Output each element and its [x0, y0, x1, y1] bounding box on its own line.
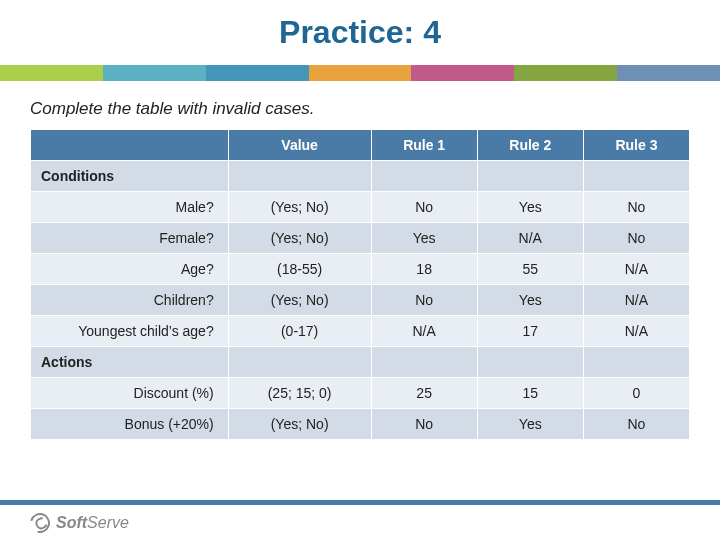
cell-rule-3: N/A: [583, 285, 689, 316]
cell-rule-2: 15: [477, 378, 583, 409]
row-label: Children?: [31, 285, 229, 316]
decision-table: Value Rule 1 Rule 2 Rule 3 ConditionsMal…: [30, 129, 690, 440]
cell-value: (Yes; No): [228, 192, 371, 223]
cell-rule-2: Yes: [477, 409, 583, 440]
softserve-logo-icon: [26, 509, 53, 536]
color-stripe: [0, 65, 720, 81]
section-conditions: Conditions: [31, 161, 690, 192]
cell-rule-3: 0: [583, 378, 689, 409]
condition-row-3: Children?(Yes; No)NoYesN/A: [31, 285, 690, 316]
row-label: Female?: [31, 223, 229, 254]
section-conditions-label: Conditions: [31, 161, 229, 192]
section-conditions-blank: [371, 161, 477, 192]
cell-rule-2: Yes: [477, 192, 583, 223]
section-actions-label: Actions: [31, 347, 229, 378]
cell-rule-3: No: [583, 223, 689, 254]
cell-value: (Yes; No): [228, 409, 371, 440]
table-header-rule-3: Rule 3: [583, 130, 689, 161]
section-conditions-blank: [228, 161, 371, 192]
cell-value: (0-17): [228, 316, 371, 347]
cell-rule-3: N/A: [583, 254, 689, 285]
action-row-0: Discount (%)(25; 15; 0)25150: [31, 378, 690, 409]
row-label: Discount (%): [31, 378, 229, 409]
cell-rule-1: 18: [371, 254, 477, 285]
cell-rule-1: No: [371, 409, 477, 440]
cell-value: (Yes; No): [228, 285, 371, 316]
cell-rule-1: No: [371, 285, 477, 316]
table-header-rule-1: Rule 1: [371, 130, 477, 161]
cell-rule-1: N/A: [371, 316, 477, 347]
page-title: Practice: 4: [0, 0, 720, 65]
cell-rule-3: N/A: [583, 316, 689, 347]
cell-value: (18-55): [228, 254, 371, 285]
cell-rule-2: Yes: [477, 285, 583, 316]
row-label: Age?: [31, 254, 229, 285]
action-row-1: Bonus (+20%)(Yes; No)NoYesNo: [31, 409, 690, 440]
row-label: Youngest child’s age?: [31, 316, 229, 347]
cell-rule-2: N/A: [477, 223, 583, 254]
section-actions-blank: [477, 347, 583, 378]
row-label: Bonus (+20%): [31, 409, 229, 440]
cell-rule-1: Yes: [371, 223, 477, 254]
condition-row-4: Youngest child’s age?(0-17)N/A17N/A: [31, 316, 690, 347]
cell-rule-2: 55: [477, 254, 583, 285]
table-header-value: Value: [228, 130, 371, 161]
section-conditions-blank: [477, 161, 583, 192]
logo-bold: Soft: [56, 514, 87, 531]
section-conditions-blank: [583, 161, 689, 192]
cell-rule-2: 17: [477, 316, 583, 347]
footer: SoftServe: [0, 500, 720, 540]
row-label: Male?: [31, 192, 229, 223]
condition-row-2: Age?(18-55)1855N/A: [31, 254, 690, 285]
section-actions-blank: [371, 347, 477, 378]
condition-row-1: Female?(Yes; No)YesN/ANo: [31, 223, 690, 254]
instruction-text: Complete the table with invalid cases.: [0, 81, 720, 129]
logo-light: Serve: [87, 514, 129, 531]
section-actions-blank: [583, 347, 689, 378]
table-header-row: Value Rule 1 Rule 2 Rule 3: [31, 130, 690, 161]
cell-rule-1: 25: [371, 378, 477, 409]
softserve-logo-text: SoftServe: [56, 514, 129, 532]
cell-rule-1: No: [371, 192, 477, 223]
section-actions-blank: [228, 347, 371, 378]
cell-rule-3: No: [583, 409, 689, 440]
cell-rule-3: No: [583, 192, 689, 223]
table-header-rule-2: Rule 2: [477, 130, 583, 161]
section-actions: Actions: [31, 347, 690, 378]
cell-value: (25; 15; 0): [228, 378, 371, 409]
condition-row-0: Male?(Yes; No)NoYesNo: [31, 192, 690, 223]
table-header-blank: [31, 130, 229, 161]
cell-value: (Yes; No): [228, 223, 371, 254]
